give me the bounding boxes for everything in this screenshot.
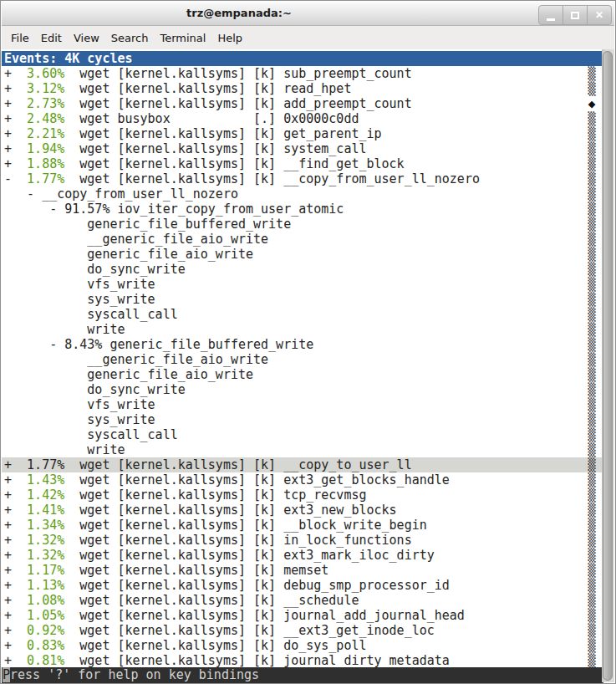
- callchain-row[interactable]: syscall_call▒: [2, 307, 603, 322]
- callchain-row[interactable]: __generic_file_aio_write▒: [2, 352, 603, 367]
- callchain-row[interactable]: syscall_call▒: [2, 427, 603, 442]
- overhead-percent: 3.60%: [27, 66, 64, 81]
- menu-terminal[interactable]: Terminal: [154, 28, 211, 48]
- maximize-icon: [571, 12, 579, 19]
- tui-scrollbar-block-icon: ▒: [587, 382, 597, 397]
- perf-entry-row[interactable]: + 2.48% wget busybox [.] 0x0000c0dd▒: [2, 111, 603, 126]
- tui-scrollbar-block-icon: ▒: [587, 277, 597, 292]
- row-text: + 3.60% wget [kernel.kallsyms] [k] sub_p…: [4, 66, 412, 81]
- perf-entry-row[interactable]: + 1.94% wget [kernel.kallsyms] [k] syste…: [2, 141, 603, 156]
- scrollbar-thumb[interactable]: [603, 51, 613, 681]
- overhead-percent: 1.34%: [27, 518, 64, 533]
- row-text: generic_file_buffered_write: [4, 217, 291, 232]
- terminal-cursor: P: [3, 667, 10, 682]
- perf-entry-row[interactable]: + 0.83% wget [kernel.kallsyms] [k] do_sy…: [2, 638, 603, 653]
- callchain-row[interactable]: generic_file_aio_write▒: [2, 247, 603, 262]
- overhead-percent: 1.32%: [27, 533, 64, 548]
- perf-entry-row[interactable]: + 1.32% wget [kernel.kallsyms] [k] ext3_…: [2, 548, 603, 563]
- callchain-row[interactable]: sys_write▒: [2, 292, 603, 307]
- row-text: + 1.41% wget [kernel.kallsyms] [k] ext3_…: [4, 503, 397, 518]
- events-header: Events: 4K cycles: [2, 51, 603, 66]
- tui-scrollbar-block-icon: ▒: [587, 202, 597, 217]
- scrollbar[interactable]: [602, 49, 614, 682]
- callchain-row[interactable]: - 8.43% generic_file_buffered_write▒: [2, 337, 603, 352]
- close-button[interactable]: ✕: [587, 5, 612, 25]
- tui-scrollbar-thumb-icon: ◆: [587, 96, 597, 111]
- perf-entry-row[interactable]: + 1.88% wget [kernel.kallsyms] [k] __fin…: [2, 156, 603, 171]
- callchain-row[interactable]: sys_write▒: [2, 412, 603, 427]
- row-text: + 1.17% wget [kernel.kallsyms] [k] memse…: [4, 563, 328, 578]
- perf-entry-row[interactable]: + 1.41% wget [kernel.kallsyms] [k] ext3_…: [2, 503, 603, 518]
- perf-entry-row[interactable]: - 1.77% wget [kernel.kallsyms] [k] __cop…: [2, 171, 603, 186]
- overhead-percent: 1.05%: [27, 608, 64, 623]
- tui-scrollbar-block-icon: ▒: [587, 111, 597, 126]
- tui-scrollbar-block-icon: ▒: [587, 247, 597, 262]
- tui-scrollbar-block-icon: ▒: [587, 262, 597, 277]
- tui-scrollbar-block-icon: ▒: [587, 81, 597, 96]
- callchain-row[interactable]: - __copy_from_user_ll_nozero▒: [2, 186, 603, 202]
- overhead-percent: 1.88%: [27, 156, 64, 171]
- callchain-row[interactable]: vfs_write▒: [2, 277, 603, 292]
- overhead-percent: 0.83%: [27, 638, 64, 653]
- overhead-percent: 1.94%: [27, 141, 64, 156]
- tui-scrollbar-block-icon: ▒: [587, 548, 597, 563]
- row-text: + 1.32% wget [kernel.kallsyms] [k] in_lo…: [4, 533, 412, 548]
- menu-search[interactable]: Search: [105, 28, 155, 48]
- tui-scrollbar-block-icon: ▒: [587, 337, 597, 352]
- row-text: + 1.94% wget [kernel.kallsyms] [k] syste…: [4, 141, 366, 156]
- callchain-row[interactable]: generic_file_buffered_write▒: [2, 217, 603, 232]
- tui-scrollbar-block-icon: ▒: [587, 563, 597, 578]
- perf-entry-row[interactable]: + 1.08% wget [kernel.kallsyms] [k] __sch…: [2, 593, 603, 608]
- menubar: File Edit View Search Terminal Help: [2, 26, 614, 49]
- callchain-row[interactable]: - 91.57% iov_iter_copy_from_user_atomic▒: [2, 202, 603, 217]
- row-text: + 1.32% wget [kernel.kallsyms] [k] ext3_…: [4, 548, 435, 563]
- overhead-percent: 1.32%: [27, 548, 64, 563]
- row-text: __generic_file_aio_write: [4, 232, 268, 247]
- tui-scrollbar-block-icon: ▒: [587, 412, 597, 427]
- titlebar[interactable]: trz@empanada:~ ✕: [2, 2, 614, 26]
- menu-view[interactable]: View: [68, 28, 105, 48]
- callchain-row[interactable]: vfs_write▒: [2, 397, 603, 412]
- perf-entry-row[interactable]: + 0.92% wget [kernel.kallsyms] [k] __ext…: [2, 623, 603, 638]
- tui-scrollbar-block-icon: ▒: [587, 533, 597, 548]
- callchain-row[interactable]: write▒: [2, 442, 603, 457]
- row-text: + 3.12% wget [kernel.kallsyms] [k] read_…: [4, 81, 351, 96]
- overhead-percent: 0.92%: [27, 623, 64, 638]
- tui-scrollbar-block-icon: ▒: [587, 322, 597, 337]
- perf-entry-row[interactable]: + 1.42% wget [kernel.kallsyms] [k] tcp_r…: [2, 487, 603, 503]
- tui-scrollbar-block-icon: ▒: [587, 397, 597, 412]
- overhead-percent: 1.17%: [27, 563, 64, 578]
- menu-help[interactable]: Help: [211, 28, 248, 48]
- perf-entry-row[interactable]: + 3.12% wget [kernel.kallsyms] [k] read_…: [2, 81, 603, 96]
- perf-entry-row[interactable]: + 1.32% wget [kernel.kallsyms] [k] in_lo…: [2, 533, 603, 548]
- perf-entry-row[interactable]: + 1.05% wget [kernel.kallsyms] [k] journ…: [2, 608, 603, 623]
- menu-edit[interactable]: Edit: [35, 28, 68, 48]
- callchain-row[interactable]: do_sync_write▒: [2, 262, 603, 277]
- callchain-row[interactable]: do_sync_write▒: [2, 382, 603, 397]
- perf-entry-row[interactable]: + 1.43% wget [kernel.kallsyms] [k] ext3_…: [2, 472, 603, 487]
- tui-scrollbar-block-icon: ▒: [587, 156, 597, 171]
- terminal-screen[interactable]: Events: 4K cycles + 3.60% wget [kernel.k…: [2, 49, 603, 668]
- minimize-button[interactable]: [538, 5, 563, 25]
- row-text: + 1.88% wget [kernel.kallsyms] [k] __fin…: [4, 156, 405, 171]
- row-text: write: [4, 322, 125, 337]
- maximize-button[interactable]: [563, 5, 588, 25]
- callchain-row[interactable]: __generic_file_aio_write▒: [2, 232, 603, 247]
- perf-entry-row[interactable]: + 1.34% wget [kernel.kallsyms] [k] __blo…: [2, 518, 603, 533]
- perf-entry-row[interactable]: + 1.13% wget [kernel.kallsyms] [k] debug…: [2, 578, 603, 593]
- perf-entry-row[interactable]: + 3.60% wget [kernel.kallsyms] [k] sub_p…: [2, 66, 603, 81]
- perf-entry-row[interactable]: + 2.21% wget [kernel.kallsyms] [k] get_p…: [2, 126, 603, 141]
- callchain-row[interactable]: write▒: [2, 322, 603, 337]
- row-text: + 0.83% wget [kernel.kallsyms] [k] do_sy…: [4, 638, 366, 653]
- perf-entry-row[interactable]: + 0.81% wget [kernel.kallsyms] [k] journ…: [2, 653, 603, 668]
- perf-entry-row[interactable]: + 2.73% wget [kernel.kallsyms] [k] add_p…: [2, 96, 603, 111]
- callchain-row[interactable]: generic_file_aio_write▒: [2, 367, 603, 382]
- tui-scrollbar-block-icon: ▒: [587, 367, 597, 382]
- perf-entry-row[interactable]: + 1.17% wget [kernel.kallsyms] [k] memse…: [2, 563, 603, 578]
- tui-scrollbar-block-icon: ▒: [587, 578, 597, 593]
- menu-file[interactable]: File: [5, 28, 35, 48]
- row-text: + 1.42% wget [kernel.kallsyms] [k] tcp_r…: [4, 487, 366, 503]
- tui-scrollbar-block-icon: ▒: [587, 457, 597, 472]
- perf-entry-row[interactable]: + 1.77% wget [kernel.kallsyms] [k] __cop…: [2, 457, 602, 472]
- tui-scrollbar-block-icon: ▒: [587, 638, 597, 653]
